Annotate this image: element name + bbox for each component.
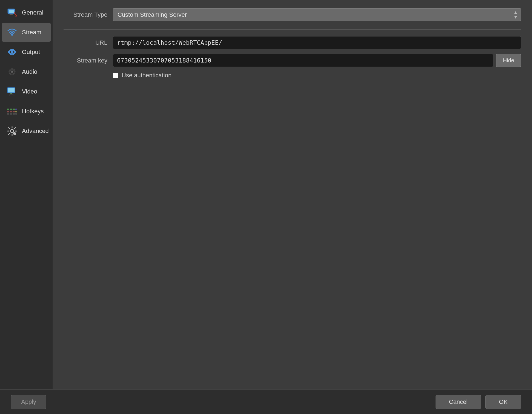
stream-type-row: Stream Type Custom Streaming Server ▲ ▼ xyxy=(64,8,521,21)
url-input[interactable] xyxy=(113,36,521,49)
sidebar-item-general-label: General xyxy=(22,9,43,16)
svg-line-41 xyxy=(15,128,16,129)
audio-icon xyxy=(6,66,18,78)
stream-type-select-wrap: Custom Streaming Server ▲ ▼ xyxy=(113,8,521,21)
stream-type-select[interactable]: Custom Streaming Server xyxy=(113,8,521,21)
svg-line-21 xyxy=(13,95,14,96)
svg-line-39 xyxy=(9,128,10,129)
svg-rect-25 xyxy=(15,109,17,110)
url-label: URL xyxy=(64,39,107,46)
svg-rect-28 xyxy=(13,111,15,112)
sidebar-item-hotkeys-label: Hotkeys xyxy=(22,108,44,115)
svg-rect-32 xyxy=(13,113,15,115)
svg-line-20 xyxy=(9,95,10,96)
svg-rect-23 xyxy=(10,109,12,110)
sidebar-item-output-label: Output xyxy=(22,49,40,56)
sidebar-item-hotkeys[interactable]: Hotkeys xyxy=(2,102,51,121)
svg-point-8 xyxy=(11,51,13,53)
hotkeys-icon xyxy=(6,105,18,117)
svg-line-2 xyxy=(14,13,16,16)
svg-rect-17 xyxy=(8,88,15,92)
sidebar-item-video[interactable]: Video xyxy=(2,82,51,101)
use-auth-label[interactable]: Use authentication xyxy=(122,72,171,79)
stream-key-input[interactable] xyxy=(113,54,493,67)
ok-button[interactable]: OK xyxy=(485,395,521,409)
stream-key-wrap: Hide xyxy=(113,54,521,67)
sidebar-item-advanced[interactable]: Advanced xyxy=(2,122,51,140)
svg-rect-1 xyxy=(9,10,14,13)
svg-rect-5 xyxy=(9,15,13,15)
svg-point-6 xyxy=(11,33,13,36)
svg-rect-27 xyxy=(10,111,12,112)
bottom-bar: Apply Cancel OK xyxy=(0,389,532,414)
svg-rect-26 xyxy=(7,111,9,112)
url-row: URL xyxy=(64,36,521,49)
svg-rect-18 xyxy=(10,93,12,94)
hide-button[interactable]: Hide xyxy=(496,54,521,67)
sidebar-item-stream[interactable]: Stream xyxy=(2,23,51,42)
svg-rect-22 xyxy=(7,109,9,110)
stream-type-label: Stream Type xyxy=(64,11,107,18)
advanced-icon xyxy=(6,125,18,137)
svg-rect-4 xyxy=(10,14,13,15)
sidebar-item-audio-label: Audio xyxy=(22,68,37,75)
sidebar-item-video-label: Video xyxy=(22,88,37,95)
main-content: Stream Type Custom Streaming Server ▲ ▼ … xyxy=(53,0,532,389)
svg-point-34 xyxy=(10,129,14,133)
svg-rect-29 xyxy=(15,111,17,112)
sidebar-item-advanced-label: Advanced xyxy=(22,127,49,135)
svg-rect-24 xyxy=(13,109,15,110)
sidebar-item-audio[interactable]: Audio xyxy=(2,63,51,81)
sidebar-item-stream-label: Stream xyxy=(22,29,41,36)
stream-key-row: Stream key Hide xyxy=(64,54,521,67)
svg-rect-19 xyxy=(9,94,13,95)
svg-rect-30 xyxy=(7,113,9,115)
cancel-button[interactable]: Cancel xyxy=(436,395,481,409)
svg-rect-33 xyxy=(15,113,17,115)
sidebar-item-general[interactable]: General xyxy=(2,3,51,22)
svg-rect-31 xyxy=(10,113,12,115)
apply-button[interactable]: Apply xyxy=(11,395,46,409)
bottom-right-buttons: Cancel OK xyxy=(436,395,521,409)
output-icon xyxy=(6,46,18,58)
general-icon xyxy=(6,7,18,19)
sidebar-item-output[interactable]: Output xyxy=(2,43,51,61)
sidebar: General Stream xyxy=(0,0,53,389)
video-icon xyxy=(6,86,18,98)
svg-line-42 xyxy=(9,134,10,135)
stream-icon xyxy=(6,26,18,38)
section-divider xyxy=(64,29,521,30)
auth-row: Use authentication xyxy=(113,72,521,79)
use-auth-checkbox[interactable] xyxy=(113,73,118,78)
stream-key-label: Stream key xyxy=(64,57,107,64)
